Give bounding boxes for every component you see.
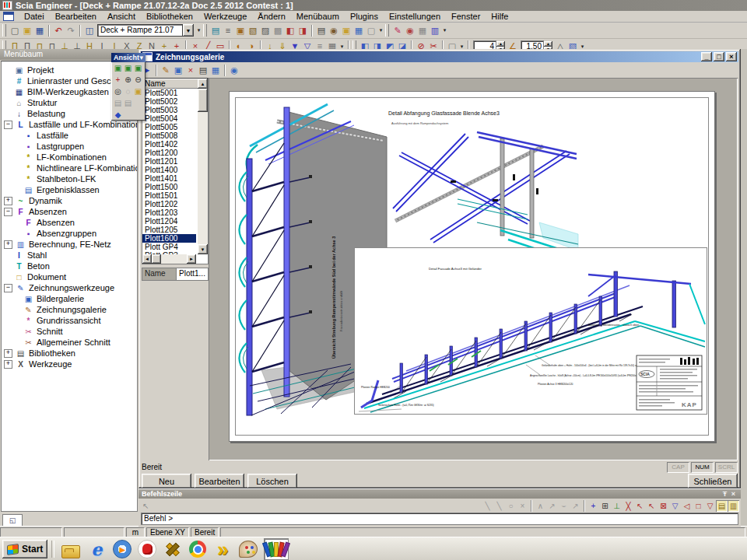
list-item[interactable]: Plott1204	[142, 217, 196, 226]
sidebar-item-absenzen[interactable]: FAbsenzen	[2, 217, 137, 228]
export-icon[interactable]: ▦	[352, 25, 365, 37]
layers-icon[interactable]: ≡	[222, 25, 234, 37]
zoom-doc-icon[interactable]: ◉	[404, 25, 416, 37]
sidebar-item-ergebnisklassen[interactable]: ▤Ergebnisklassen	[2, 184, 137, 195]
list-item[interactable]: Plott1205	[142, 226, 196, 234]
gallery-titlebar[interactable]: Zeichnungsgalerie _ □ ×	[141, 51, 738, 62]
command-input[interactable]: Befehl >	[141, 513, 738, 525]
undo-icon[interactable]: ↶	[52, 25, 65, 37]
collapse-icon[interactable]: −	[4, 121, 12, 129]
scroll-left-button[interactable]: ◄	[142, 254, 152, 264]
menu-fenster[interactable]: Fenster	[446, 12, 486, 21]
sidebar-item-werkzeuge[interactable]: +XWerkzeuge	[2, 359, 137, 369]
close-project-icon[interactable]: ◫	[83, 25, 96, 37]
list-item[interactable]: Plott1600	[142, 234, 196, 243]
mdi-document-icon[interactable]	[3, 12, 14, 21]
edit-drawing-icon[interactable]: ✎	[160, 65, 172, 76]
scroll-up-button[interactable]: ▲	[198, 79, 208, 89]
sidebar-item-absenzen[interactable]: −FAbsenzen	[2, 206, 137, 217]
tools-app-icon[interactable]	[163, 539, 183, 559]
track-box-icon[interactable]: ⊠	[658, 500, 669, 512]
number-spinner-up[interactable]: ▲	[496, 41, 505, 47]
menu-hilfe[interactable]: Hilfe	[486, 12, 514, 21]
list-item[interactable]: Plott5001	[142, 89, 196, 97]
scale-spinner-up[interactable]: ▲	[544, 41, 552, 47]
menu-plugins[interactable]: Plugins	[345, 12, 384, 21]
sidebar-item-dokument[interactable]: □Dokument	[2, 271, 137, 282]
open-icon[interactable]: ▣	[21, 25, 33, 37]
sidebar-item-lastgruppen[interactable]: ▪Lastgruppen	[2, 141, 137, 152]
list-item[interactable]: Plott1501	[142, 191, 196, 200]
more-tools-icon[interactable]: ▾	[441, 27, 448, 33]
scroll-down-button[interactable]: ▼	[198, 244, 208, 254]
track-left-icon[interactable]: ◁	[681, 500, 693, 512]
dock-table-icon[interactable]: ▤	[716, 500, 728, 512]
track-point-icon[interactable]: ↖	[634, 500, 646, 512]
track-nabla-icon[interactable]: ▽	[704, 500, 716, 512]
print-icon[interactable]: ▤	[315, 25, 328, 37]
view-window-icon[interactable]: ◧	[284, 25, 296, 37]
combo-dropdown-icon[interactable]: ▼	[183, 24, 194, 37]
table-icon[interactable]: ▦	[416, 25, 429, 37]
list-header-name[interactable]: Name	[142, 79, 198, 89]
panel-tab[interactable]: ◱	[2, 514, 23, 526]
chrome-icon[interactable]	[189, 541, 206, 558]
project-data-icon[interactable]: ▤	[209, 25, 222, 37]
sidebar-item-allgemeiner-schnitt[interactable]: ✂Allgemeiner Schnitt	[2, 337, 137, 348]
toolbar-grip[interactable]	[385, 24, 389, 37]
menu-datei[interactable]: Datei	[19, 12, 50, 21]
snap-off-icon[interactable]: ×	[517, 500, 528, 512]
minimize-button[interactable]: _	[701, 52, 712, 61]
edit-button[interactable]: Bearbeiten	[195, 474, 244, 488]
menu-bibliotheken[interactable]: Bibliotheken	[141, 12, 198, 21]
sidebar-item-bildergalerie[interactable]: ▣Bildergalerie	[2, 293, 137, 304]
sidebar-item-lf-kombinationen[interactable]: *LF-Kombinationen	[2, 152, 137, 163]
menu-werkzeuge[interactable]: Werkzeuge	[198, 12, 252, 21]
list-item[interactable]: Plott1401	[142, 174, 196, 183]
expand-icon[interactable]: +	[4, 349, 12, 358]
arrows-app-icon[interactable]	[212, 539, 233, 559]
menu-bearbeiten[interactable]: Bearbeiten	[50, 12, 102, 21]
horizontal-scroll-thumb[interactable]	[152, 254, 161, 264]
menu-ändern[interactable]: Ändern	[252, 12, 290, 21]
paint-app-icon[interactable]	[239, 541, 258, 558]
sidebar-item-nichtlineare-lf-kombinationen[interactable]: *Nichtlineare LF-Kombinationen	[2, 163, 137, 173]
zoom-in-icon[interactable]: ⊕	[123, 75, 133, 85]
track-line-icon[interactable]: ↖	[646, 500, 658, 512]
open-gallery-icon[interactable]: ▣	[133, 86, 143, 96]
section-box-icon[interactable]: ▥	[429, 25, 441, 37]
catalog-icon[interactable]: ▣	[234, 25, 247, 37]
vertical-scroll-thumb[interactable]	[198, 89, 208, 112]
sidebar-item-grundrissansicht[interactable]: *Grundrissansicht	[2, 315, 137, 326]
project-combo[interactable]: Deck + Rampe 21.07▼	[97, 24, 194, 37]
ortho-icon[interactable]: ⊥	[611, 500, 622, 512]
mesh-icon[interactable]: ▩	[272, 25, 284, 37]
cube-view-icon[interactable]: ◆	[113, 110, 123, 120]
close-gallery-button[interactable]: Schließen	[688, 474, 738, 488]
zoom-all-icon[interactable]: ◎	[113, 86, 123, 96]
list-item[interactable]: Plott1202	[142, 200, 196, 208]
expand-icon[interactable]: +	[4, 240, 12, 249]
print-drawing-icon[interactable]: ▤	[197, 65, 209, 76]
hand-app-icon[interactable]	[138, 540, 156, 558]
collapse-icon[interactable]: −	[4, 284, 12, 292]
image-gallery-icon[interactable]: ▣	[340, 25, 352, 37]
internet-explorer-icon[interactable]	[86, 539, 107, 559]
maximize-button[interactable]: □	[714, 52, 724, 61]
sidebar-item-bibliotheken[interactable]: +▤Bibliotheken	[2, 348, 137, 359]
menu-menübaum[interactable]: Menübaum	[291, 12, 345, 21]
explorer-icon[interactable]	[61, 545, 80, 558]
chevron-down-icon[interactable]: ▾	[139, 53, 143, 62]
more-tools-icon[interactable]: ▾	[195, 27, 202, 33]
export-drawing-icon[interactable]: ▦	[209, 65, 222, 76]
sidebar-item-absenzgruppen[interactable]: ▪Absenzgruppen	[2, 228, 137, 239]
toolbar-grip[interactable]	[203, 24, 207, 37]
snap-edge-icon[interactable]: ↗	[546, 500, 558, 512]
snap-tangent-icon[interactable]: ↗	[570, 500, 581, 512]
save-icon[interactable]: ▦	[33, 25, 46, 37]
expand-icon[interactable]: +	[4, 197, 12, 205]
delete-button[interactable]: Löschen	[247, 474, 297, 488]
track-tri-icon[interactable]: ▽	[669, 500, 681, 512]
zoom-out-icon[interactable]: ⊖	[133, 75, 143, 85]
list-item[interactable]: Plott5005	[142, 123, 196, 131]
